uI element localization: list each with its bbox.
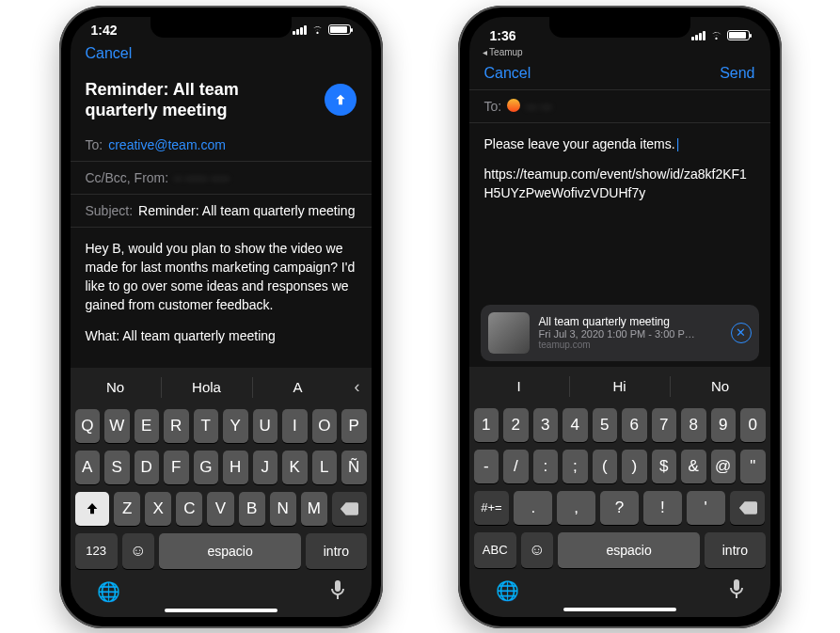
key-quote[interactable]: " bbox=[740, 450, 766, 483]
key-amp[interactable]: & bbox=[681, 450, 706, 483]
key-4[interactable]: 4 bbox=[563, 408, 588, 442]
delete-key[interactable] bbox=[730, 491, 766, 525]
suggestion[interactable]: Hi bbox=[570, 369, 670, 404]
key-m[interactable]: M bbox=[301, 492, 327, 526]
numbers-key[interactable]: 123 bbox=[75, 533, 118, 569]
key-f[interactable]: F bbox=[164, 451, 189, 484]
key-p[interactable]: P bbox=[341, 409, 367, 443]
key-s[interactable]: S bbox=[104, 451, 130, 484]
space-key[interactable]: espacio bbox=[159, 533, 301, 569]
suggestion[interactable]: I bbox=[469, 369, 569, 404]
key-dollar[interactable]: $ bbox=[652, 450, 677, 483]
to-field[interactable]: To: creative@team.com bbox=[71, 129, 372, 162]
key-6[interactable]: 6 bbox=[622, 408, 647, 442]
shift-key[interactable] bbox=[75, 492, 110, 526]
globe-icon[interactable]: 🌐 bbox=[97, 580, 120, 603]
key-y[interactable]: Y bbox=[223, 409, 248, 443]
key-l[interactable]: L bbox=[312, 451, 338, 484]
cancel-button[interactable]: Cancel bbox=[86, 45, 133, 62]
key-question[interactable]: ? bbox=[600, 491, 639, 525]
emoji-key[interactable]: ☺ bbox=[122, 533, 154, 569]
key-b[interactable]: B bbox=[239, 492, 265, 526]
suggestion[interactable]: No bbox=[71, 370, 161, 405]
key-2[interactable]: 2 bbox=[503, 408, 529, 442]
key-a[interactable]: A bbox=[75, 451, 101, 484]
key-x[interactable]: X bbox=[145, 492, 171, 526]
key-q[interactable]: Q bbox=[75, 409, 101, 443]
key-8[interactable]: 8 bbox=[681, 408, 706, 442]
suggestion[interactable]: No bbox=[671, 369, 770, 404]
message-body[interactable]: Hey B, would you plan to show the video … bbox=[71, 228, 372, 368]
key-enye[interactable]: Ñ bbox=[341, 451, 367, 484]
key-apostrophe[interactable]: ' bbox=[687, 491, 725, 525]
emoji-icon: ☺ bbox=[130, 542, 146, 561]
key-h[interactable]: H bbox=[223, 451, 248, 484]
signal-icon bbox=[691, 31, 705, 40]
key-g[interactable]: G bbox=[194, 451, 219, 484]
key-7[interactable]: 7 bbox=[652, 408, 677, 442]
back-to-app[interactable]: ◂ Teamup bbox=[469, 47, 770, 57]
globe-icon[interactable]: 🌐 bbox=[496, 579, 519, 602]
key-r[interactable]: R bbox=[164, 409, 189, 443]
key-o[interactable]: O bbox=[312, 409, 338, 443]
key-t[interactable]: T bbox=[194, 409, 219, 443]
key-1[interactable]: 1 bbox=[474, 408, 499, 442]
phone-left: 1:42 Cancel Reminder: All team quarterly… bbox=[59, 6, 383, 628]
send-button[interactable]: Send bbox=[720, 65, 754, 82]
from-value: ·· ······ ····· bbox=[174, 170, 229, 185]
key-d[interactable]: D bbox=[135, 451, 160, 484]
battery-icon bbox=[727, 30, 750, 40]
letters-key[interactable]: ABC bbox=[474, 532, 516, 568]
delete-key[interactable] bbox=[332, 492, 367, 526]
key-c[interactable]: C bbox=[176, 492, 202, 526]
key-comma[interactable]: , bbox=[557, 491, 595, 525]
to-field[interactable]: To: ··· ··· bbox=[469, 89, 770, 123]
to-label: To: bbox=[484, 99, 502, 114]
key-5[interactable]: 5 bbox=[593, 408, 618, 442]
cancel-button[interactable]: Cancel bbox=[484, 65, 531, 82]
key-z[interactable]: Z bbox=[114, 492, 140, 526]
key-0[interactable]: 0 bbox=[740, 408, 766, 442]
key-semicolon[interactable]: ; bbox=[563, 450, 588, 483]
key-exclaim[interactable]: ! bbox=[643, 491, 682, 525]
remove-attachment-button[interactable]: ✕ bbox=[731, 323, 752, 343]
subject-field[interactable]: Subject: Reminder: All team quarterly me… bbox=[71, 195, 372, 228]
key-i[interactable]: I bbox=[282, 409, 308, 443]
attachment-thumbnail bbox=[488, 312, 530, 354]
link-attachment[interactable]: All team quarterly meeting Fri Jul 3, 20… bbox=[481, 305, 759, 361]
home-indicator[interactable] bbox=[165, 609, 277, 612]
emoji-key[interactable]: ☺ bbox=[521, 532, 553, 568]
key-at[interactable]: @ bbox=[711, 450, 737, 483]
enter-key[interactable]: intro bbox=[705, 532, 765, 568]
key-slash[interactable]: / bbox=[503, 450, 529, 483]
send-button[interactable] bbox=[325, 84, 357, 116]
suggestion[interactable]: A bbox=[253, 370, 343, 405]
message-body[interactable]: Please leave your agenda items. https://… bbox=[469, 123, 770, 226]
key-colon[interactable]: : bbox=[533, 450, 559, 483]
enter-key[interactable]: intro bbox=[306, 533, 366, 569]
key-9[interactable]: 9 bbox=[711, 408, 737, 442]
key-rparen[interactable]: ) bbox=[622, 450, 647, 483]
key-k[interactable]: K bbox=[282, 451, 308, 484]
key-v[interactable]: V bbox=[207, 492, 233, 526]
key-j[interactable]: J bbox=[253, 451, 278, 484]
key-3[interactable]: 3 bbox=[533, 408, 559, 442]
mic-icon[interactable] bbox=[330, 580, 345, 603]
suggestion[interactable]: Hola bbox=[162, 370, 252, 405]
cc-bcc-from-field[interactable]: Cc/Bcc, From: ·· ······ ····· bbox=[71, 162, 372, 195]
key-dash[interactable]: - bbox=[474, 450, 499, 483]
key-period[interactable]: . bbox=[514, 491, 552, 525]
symbols-key[interactable]: #+= bbox=[474, 491, 510, 525]
key-e[interactable]: E bbox=[135, 409, 160, 443]
signal-icon bbox=[293, 25, 307, 35]
chevron-left-icon[interactable]: ‹ bbox=[343, 370, 372, 405]
key-u[interactable]: U bbox=[253, 409, 278, 443]
key-w[interactable]: W bbox=[104, 409, 130, 443]
key-lparen[interactable]: ( bbox=[593, 450, 618, 483]
wifi-icon bbox=[709, 30, 723, 40]
attachment-title: All team quarterly meeting bbox=[539, 315, 721, 328]
mic-icon[interactable] bbox=[729, 579, 744, 602]
key-n[interactable]: N bbox=[270, 492, 296, 526]
home-indicator[interactable] bbox=[563, 608, 676, 611]
space-key[interactable]: espacio bbox=[558, 532, 700, 568]
